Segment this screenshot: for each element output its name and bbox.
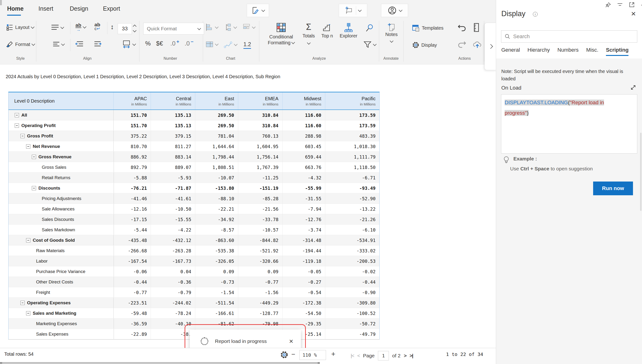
column-header-emea[interactable]: EMEAin Millions: [238, 92, 282, 110]
value-cell[interactable]: -88.10: [195, 194, 238, 204]
next-page-button[interactable]: >: [404, 353, 406, 358]
layout-chart-button[interactable]: [243, 23, 255, 31]
value-cell[interactable]: -10.50: [151, 204, 195, 214]
percent-format-button[interactable]: %: [145, 40, 151, 47]
value-cell[interactable]: 173.59: [325, 110, 379, 120]
table-row[interactable]: Cost of Goods Sold-435.48-432.12-863.60-…: [9, 235, 379, 246]
table-row[interactable]: Gross Revenue886.92883.141,798.441,756.1…: [9, 152, 379, 162]
value-cell[interactable]: -128.77: [238, 308, 282, 318]
table-row[interactable]: Retail Returns-5.88-5.93-10.07-11.25-4.3…: [9, 172, 379, 183]
value-cell[interactable]: 1,111.79: [325, 152, 379, 162]
table-row[interactable]: Freight-0.77-0.79-1.54-1.56-0.54-0.90: [9, 287, 379, 298]
value-cell[interactable]: -166.61: [195, 308, 238, 318]
value-cell[interactable]: -0.02: [325, 266, 379, 276]
value-cell[interactable]: -3.74: [282, 225, 325, 235]
row-label-cell[interactable]: Discounts: [9, 183, 114, 193]
value-cell[interactable]: -21.56: [238, 204, 282, 214]
settings-search-input[interactable]: Search: [501, 30, 637, 43]
value-cell[interactable]: 781.04: [195, 131, 238, 141]
value-cell[interactable]: -0.27: [282, 277, 325, 287]
row-label-cell[interactable]: Sales Markdown: [9, 225, 114, 235]
value-cell[interactable]: -85.28: [238, 194, 282, 204]
column-header-apac[interactable]: APACin Millions: [113, 92, 151, 110]
table-row[interactable]: Raw Materials-266.68-263.28-535.38-521.9…: [9, 246, 379, 256]
tab-export[interactable]: Export: [103, 5, 120, 12]
value-cell[interactable]: -12.76: [282, 214, 325, 224]
row-label-cell[interactable]: Retail Returns: [9, 172, 114, 183]
collapse-icon[interactable]: [15, 113, 19, 117]
table-row[interactable]: Pricing Adjustments-41.46-41.61-88.10-85…: [9, 194, 379, 204]
value-cell[interactable]: 269.50: [195, 120, 238, 130]
zoom-out-button[interactable]: −: [291, 350, 295, 358]
row-label-cell[interactable]: Net Revenue: [9, 141, 113, 152]
top-n-button[interactable]: Top n: [319, 22, 335, 39]
add-comment-button[interactable]: [339, 4, 367, 17]
value-cell[interactable]: 116.60: [282, 110, 325, 120]
value-cell[interactable]: -200.53: [325, 256, 379, 266]
value-cell[interactable]: -223.51: [113, 298, 151, 308]
first-page-button[interactable]: |<: [351, 353, 354, 358]
value-cell[interactable]: 0.09: [195, 266, 238, 276]
display-button[interactable]: Display: [412, 41, 437, 49]
table-row[interactable]: All151.70135.13269.50310.84116.60173.59: [9, 110, 379, 120]
column-header-midwest[interactable]: Midwestin Millions: [282, 92, 325, 110]
collapse-icon[interactable]: [32, 186, 36, 190]
last-page-button[interactable]: >|: [409, 353, 413, 358]
value-cell[interactable]: 379.15: [151, 131, 195, 141]
value-cell[interactable]: -326.05: [195, 256, 238, 266]
value-cell[interactable]: -167.54: [114, 256, 151, 266]
value-cell[interactable]: -22.21: [195, 204, 238, 214]
increase-decimals-button[interactable]: .0+: [170, 40, 179, 47]
column-width-button[interactable]: [122, 40, 135, 49]
row-label-cell[interactable]: Labor: [9, 256, 114, 266]
value-cell[interactable]: -22.89: [114, 329, 151, 339]
page-number-input[interactable]: 1: [378, 351, 389, 360]
value-cell[interactable]: -6.71: [325, 172, 379, 183]
value-cell[interactable]: -244.02: [151, 298, 195, 308]
popout-icon[interactable]: [629, 2, 635, 8]
row-label-cell[interactable]: Operating Profit: [9, 120, 113, 130]
table-row[interactable]: Gross Profit375.22379.15781.04760.13288.…: [9, 131, 379, 141]
value-cell[interactable]: -266.68: [114, 246, 151, 256]
value-cell[interactable]: -0.73: [195, 277, 238, 287]
value-cell[interactable]: -13.22: [325, 204, 379, 214]
value-cell[interactable]: -5.88: [114, 172, 151, 183]
value-cell[interactable]: 151.70: [113, 120, 151, 130]
collapse-icon[interactable]: [26, 238, 30, 242]
value-cell[interactable]: 1,767.39: [238, 162, 282, 172]
row-label-cell[interactable]: Gross Revenue: [9, 152, 114, 162]
value-cell[interactable]: 135.13: [151, 120, 195, 130]
value-cell[interactable]: 151.70: [113, 110, 151, 120]
value-cell[interactable]: -55.99: [282, 183, 325, 193]
value-cell[interactable]: -863.60: [195, 235, 238, 245]
value-cell[interactable]: -0.54: [282, 287, 325, 298]
value-cell[interactable]: -41.46: [114, 194, 151, 204]
table-row[interactable]: Operating Expenses-223.51-244.02-511.54-…: [9, 298, 379, 308]
value-cell[interactable]: 1,644.64: [195, 141, 238, 152]
value-cell[interactable]: -314.48: [282, 235, 325, 245]
table-view-button[interactable]: [205, 41, 218, 48]
table-row[interactable]: Labor-167.54-167.73-326.05-320.66-119.18…: [9, 256, 379, 266]
tab-misc[interactable]: Misc.: [586, 47, 598, 56]
value-cell[interactable]: -119.18: [282, 256, 325, 266]
table-row[interactable]: Gross Sales892.79889.071,808.511,767.396…: [9, 162, 379, 172]
table-row[interactable]: Sale Allowances-12.16-10.50-22.21-21.56-…: [9, 204, 379, 214]
value-cell[interactable]: -5.44: [114, 225, 151, 235]
value-cell[interactable]: -435.48: [113, 235, 151, 245]
row-label-cell[interactable]: Sales Expenses: [9, 329, 114, 339]
value-cell[interactable]: -0.44: [114, 277, 151, 287]
value-cell[interactable]: -333.02: [325, 246, 379, 256]
value-cell[interactable]: 883.14: [151, 152, 195, 162]
value-cell[interactable]: -535.38: [195, 246, 238, 256]
ruler-button[interactable]: [473, 23, 480, 32]
collapse-icon[interactable]: [26, 311, 30, 316]
row-label-cell[interactable]: Pricing Adjustments: [9, 194, 114, 204]
row-height-stepper[interactable]: [133, 24, 136, 32]
collapse-icon[interactable]: [21, 134, 25, 138]
table-row[interactable]: Sales and Marketing-59.48-78.24-166.61-1…: [9, 308, 379, 318]
value-cell[interactable]: -0.06: [114, 266, 151, 276]
value-cell[interactable]: 310.84: [238, 120, 282, 130]
script-editor[interactable]: DISPLAYTOAST.LOADING("Report load in pro…: [501, 94, 637, 154]
collapse-icon[interactable]: [32, 155, 36, 159]
value-cell[interactable]: -7.94: [282, 204, 325, 214]
